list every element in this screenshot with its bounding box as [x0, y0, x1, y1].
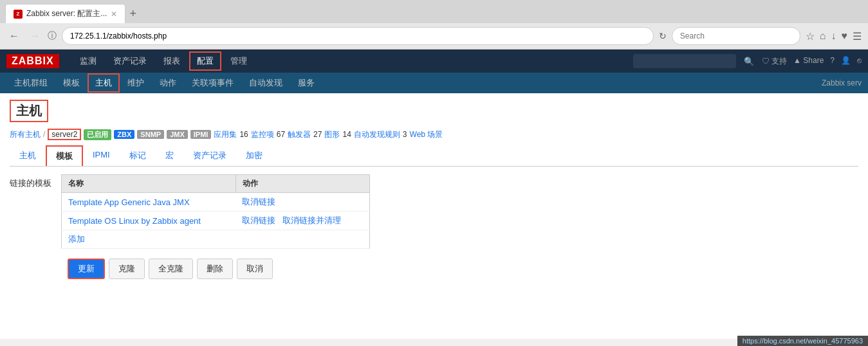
tab-macros[interactable]: 宏 [156, 145, 183, 166]
template-link-2[interactable]: Template OS Linux by Zabbix agent [68, 216, 201, 226]
tab-title: Zabbix server: 配置主... [26, 8, 107, 19]
breadcrumb-all-hosts[interactable]: 所有主机 [10, 129, 41, 140]
template-section: 链接的模板 名称 动作 Template App Generic Java JM… [10, 174, 858, 249]
sub-nav: 主机群组 模板 主机 维护 动作 关联项事件 自动发现 服务 Zabbix se… [0, 73, 868, 93]
sub-tabs: 主机 模板 IPMI 标记 宏 资产记录 加密 [10, 145, 858, 167]
reader-icon[interactable]: ☰ [853, 30, 862, 42]
clone-button[interactable]: 克隆 [109, 259, 145, 279]
badge-jmx: JMX [167, 130, 188, 139]
tab-tags[interactable]: 标记 [120, 145, 156, 166]
status-badge-enabled: 已启用 [84, 129, 111, 140]
home-icon[interactable]: ⌂ [820, 30, 826, 42]
tab-host[interactable]: 主机 [10, 145, 46, 166]
tab-favicon: Z [14, 10, 23, 19]
browser-search-input[interactable] [672, 27, 800, 45]
action-buttons: 更新 克隆 全克隆 删除 取消 [68, 259, 858, 279]
help-icon[interactable]: ? [830, 56, 835, 67]
unlink-action-2[interactable]: 取消链接 [242, 215, 275, 225]
browser-tab[interactable]: Z Zabbix server: 配置主... ✕ [5, 4, 125, 23]
subnav-services[interactable]: 服务 [290, 73, 322, 93]
download-icon[interactable]: ↓ [831, 30, 836, 42]
apps-count: 16 [239, 130, 248, 139]
delete-button[interactable]: 删除 [197, 259, 233, 279]
user-icon[interactable]: 👤 [841, 56, 851, 67]
template-table-wrap: 名称 动作 Template App Generic Java JMX 取消链接 [61, 174, 370, 249]
page-title: 主机 [10, 100, 48, 122]
subnav-discovery[interactable]: 自动发现 [241, 73, 290, 93]
breadcrumb-current-host: server2 [48, 129, 81, 140]
shield-icon: ♥ [842, 30, 848, 42]
subnav-host-groups[interactable]: 主机群组 [6, 73, 55, 93]
share-link[interactable]: ▲ Share [793, 56, 824, 67]
tab-inventory[interactable]: 资产记录 [183, 145, 236, 166]
triggers-count: 27 [313, 130, 322, 139]
top-nav-items: 监测 资产记录 报表 配置 管理 [72, 51, 255, 71]
support-link[interactable]: ♡ 支持 [762, 56, 787, 67]
col-action-header: 动作 [235, 175, 369, 193]
unlink-clear-action-2[interactable]: 取消链接并清理 [282, 215, 341, 225]
monitors-label: 监控项 [251, 129, 274, 140]
logout-icon[interactable]: ⎋ [857, 56, 862, 67]
template-table: 名称 动作 Template App Generic Java JMX 取消链接 [61, 174, 370, 249]
tab-encryption[interactable]: 加密 [236, 145, 272, 166]
badge-zbx: ZBX [114, 130, 134, 139]
refresh-button[interactable]: ↻ [659, 31, 667, 41]
graphs-count: 14 [342, 130, 351, 139]
status-bar: https://blog.csdn.net/weixin_45775963 [737, 336, 868, 339]
new-tab-button[interactable]: + [129, 8, 136, 19]
col-name-header: 名称 [62, 175, 236, 193]
subnav-actions[interactable]: 动作 [152, 73, 184, 93]
graphs-label: 图形 [324, 129, 340, 140]
tab-template[interactable]: 模板 [46, 145, 83, 166]
browser-chrome: Z Zabbix server: 配置主... ✕ + ← → ⓘ ↻ ☆ ⌂ … [0, 0, 868, 50]
full-clone-button[interactable]: 全克隆 [149, 259, 193, 279]
address-bar: ← → ⓘ ↻ ☆ ⌂ ↓ ♥ ☰ [0, 23, 868, 49]
tab-ipmi[interactable]: IPMI [83, 145, 120, 166]
address-input[interactable] [62, 27, 654, 45]
tab-close-button[interactable]: ✕ [111, 10, 117, 19]
breadcrumb: 所有主机 / server2 已启用 ZBX SNMP JMX IPMI 应用集… [10, 129, 858, 140]
subnav-maintenance[interactable]: 维护 [120, 73, 152, 93]
zabbix-logo: ZABBIX [6, 54, 59, 68]
template-link-1[interactable]: Template App Generic Java JMX [68, 197, 190, 207]
web-label: Web 场景 [410, 129, 443, 140]
page-content: 主机 所有主机 / server2 已启用 ZBX SNMP JMX IPMI … [0, 93, 868, 286]
table-row: Template App Generic Java JMX 取消链接 [62, 193, 370, 212]
nav-item-monitor[interactable]: 监测 [72, 51, 104, 71]
browser-actions: ☆ ⌂ ↓ ♥ ☰ [806, 30, 862, 42]
update-button[interactable]: 更新 [68, 259, 105, 279]
top-nav-right-icons: ♡ 支持 ▲ Share ? 👤 ⎋ [762, 56, 862, 67]
badge-ipmi: IPMI [190, 130, 212, 139]
nav-item-config[interactable]: 配置 [189, 51, 221, 71]
nav-item-admin[interactable]: 管理 [223, 51, 255, 71]
sub-nav-right: Zabbix serv [822, 78, 862, 87]
tab-bar: Z Zabbix server: 配置主... ✕ + [0, 0, 868, 23]
badge-snmp: SNMP [137, 130, 164, 139]
subnav-event-correlation[interactable]: 关联项事件 [184, 73, 241, 93]
cancel-button[interactable]: 取消 [237, 259, 273, 279]
back-button[interactable]: ← [6, 29, 22, 43]
zabbix-app: ZABBIX 监测 资产记录 报表 配置 管理 🔍 ♡ 支持 ▲ Share ?… [0, 50, 868, 339]
top-nav-right: 🔍 ♡ 支持 ▲ Share ? 👤 ⎋ [633, 54, 862, 68]
search-icon[interactable]: 🔍 [744, 57, 754, 66]
template-section-label: 链接的模板 [10, 178, 61, 189]
nav-item-assets[interactable]: 资产记录 [106, 51, 154, 71]
unlink-action-1[interactable]: 取消链接 [242, 197, 275, 206]
table-row: Template OS Linux by Zabbix agent 取消链接 取… [62, 212, 370, 230]
info-icon: ⓘ [48, 30, 57, 42]
table-row-add: 添加 [62, 230, 370, 249]
apps-label: 应用集 [214, 129, 237, 140]
subnav-hosts[interactable]: 主机 [88, 73, 120, 93]
forward-button[interactable]: → [27, 29, 42, 43]
subnav-templates[interactable]: 模板 [55, 73, 88, 93]
monitors-count: 67 [277, 130, 285, 139]
zabbix-search-input[interactable] [633, 54, 736, 68]
star-icon[interactable]: ☆ [806, 30, 815, 42]
triggers-label: 触发器 [288, 129, 311, 140]
add-template-link[interactable]: 添加 [68, 234, 85, 244]
top-nav: ZABBIX 监测 资产记录 报表 配置 管理 🔍 ♡ 支持 ▲ Share ?… [0, 50, 868, 73]
breadcrumb-sep: / [43, 130, 45, 139]
discovery-label: 自动发现规则 [354, 129, 400, 140]
discovery-count: 3 [403, 130, 407, 139]
nav-item-reports[interactable]: 报表 [156, 51, 188, 71]
